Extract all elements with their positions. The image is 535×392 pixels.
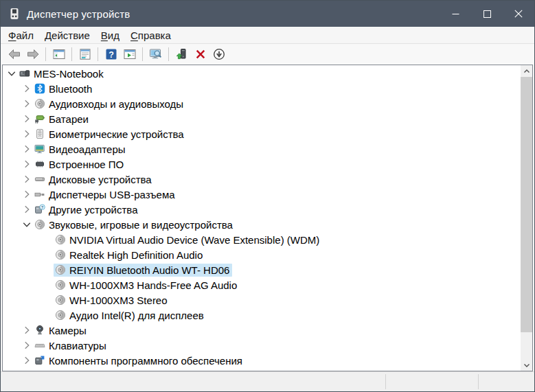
properties-button[interactable] — [76, 46, 93, 63]
tree-item-content[interactable]: Биометрические устройства — [33, 128, 187, 141]
tree-item-label[interactable]: Камеры — [49, 325, 87, 336]
chevron-right-icon[interactable] — [21, 355, 33, 366]
scan-hardware-changes-icon — [149, 47, 163, 61]
tree-item-content[interactable]: Диспетчеры USB-разъема — [33, 188, 178, 201]
tree-item-label[interactable]: Видеоадаптеры — [49, 143, 126, 155]
tree-item-label[interactable]: WH-1000XM3 Stereo — [69, 295, 168, 306]
tree-item-content[interactable]: Realtek High Definition Audio — [54, 249, 205, 262]
tree-item-content[interactable]: ?Другие устройства — [33, 203, 140, 216]
tree-item[interactable]: REIYIN Bluetooth Audio WT- HD06 — [3, 262, 521, 277]
tree-item-content[interactable]: Дисковые устройства — [33, 173, 155, 186]
tree-item[interactable]: Дисковые устройства — [3, 172, 521, 187]
tree-item[interactable]: Диспетчеры USB-разъема — [3, 187, 521, 202]
properties-icon — [78, 47, 92, 61]
chevron-right-icon[interactable] — [21, 83, 33, 94]
tree-item-content[interactable]: NVIDIA Virtual Audio Device (Wave Extens… — [54, 233, 322, 246]
update-driver-icon — [175, 47, 189, 61]
chevron-right-icon[interactable] — [21, 128, 33, 139]
tree-item-content[interactable]: WH-1000XM3 Hands-Free AG Audio — [54, 279, 240, 292]
tree-item-label[interactable]: MES-Notebook — [34, 68, 104, 80]
tree-item[interactable]: Звуковые, игровые и видеоустройства — [3, 217, 521, 232]
tree-item-content[interactable]: WH-1000XM3 Stereo — [54, 294, 170, 307]
scroll-down-button[interactable] — [521, 359, 532, 371]
close-button[interactable] — [503, 1, 534, 27]
maximize-button[interactable] — [471, 1, 503, 27]
show-console-tree-button[interactable] — [50, 46, 67, 63]
tree-item-content[interactable]: Bluetooth — [33, 82, 95, 95]
tree-item[interactable]: Bluetooth — [3, 81, 521, 96]
tree-item[interactable]: NVIDIA Virtual Audio Device (Wave Extens… — [3, 232, 521, 247]
forward-button[interactable] — [24, 46, 41, 63]
tree-item-label[interactable]: Батареи — [49, 113, 89, 125]
chevron-right-icon[interactable] — [21, 340, 33, 351]
chevron-down-icon[interactable] — [5, 68, 18, 79]
back-button[interactable] — [5, 46, 23, 63]
tree-item-label[interactable]: Биометрические устройства — [49, 128, 184, 140]
tree-item[interactable]: WH-1000XM3 Stereo — [3, 292, 521, 308]
chevron-right-icon[interactable] — [21, 98, 33, 109]
tree-item-label[interactable]: Звуковые, игровые и видеоустройства — [49, 219, 233, 231]
tree-item[interactable]: Клавиатуры — [3, 338, 521, 353]
chevron-right-icon[interactable] — [21, 204, 33, 215]
scrollbar-thumb[interactable] — [521, 77, 532, 332]
tree-item-label[interactable]: Realtek High Definition Audio — [69, 249, 203, 261]
uninstall-device-button[interactable] — [192, 46, 209, 63]
chevron-right-icon[interactable] — [21, 174, 33, 185]
update-driver-button[interactable] — [173, 46, 190, 63]
tree-item-content[interactable]: Встроенное ПО — [33, 158, 126, 171]
tree-item-content[interactable]: Аудио Intel(R) для дисплеев — [54, 309, 207, 322]
tree-item-content[interactable]: Камеры — [33, 324, 89, 337]
tree-item-content[interactable]: REIYIN Bluetooth Audio WT- HD06 — [54, 264, 232, 277]
tree-item-label[interactable]: Другие устройства — [49, 204, 137, 216]
tree-item-label[interactable]: Компоненты программного обеспечения — [49, 355, 242, 367]
disable-device-button[interactable] — [210, 46, 227, 63]
menu-help[interactable]: Справка — [125, 28, 177, 43]
vertical-scrollbar[interactable] — [521, 65, 532, 371]
tree-item-content[interactable]: Батареи — [33, 113, 91, 126]
tree-item[interactable]: WH-1000XM3 Hands-Free AG Audio — [3, 277, 521, 292]
chevron-right-icon[interactable] — [21, 189, 33, 200]
tree-item-label[interactable]: WH-1000XM3 Hands-Free AG Audio — [69, 279, 237, 291]
tree-item-content[interactable]: Компоненты программного обеспечения — [33, 354, 245, 367]
popup-window-button[interactable] — [121, 46, 138, 63]
tree-item[interactable]: ?Другие устройства — [3, 202, 521, 217]
tree-item-label[interactable]: Диспетчеры USB-разъема — [49, 189, 175, 200]
tree-item-label[interactable]: Встроенное ПО — [49, 159, 124, 170]
tree-item-label[interactable]: Bluetooth — [49, 83, 92, 95]
chevron-right-icon[interactable] — [21, 113, 33, 124]
menu-action[interactable]: Действие — [39, 28, 95, 43]
tree-item-label[interactable]: Аудиовходы и аудиовыходы — [49, 98, 183, 110]
audio-endpoint-icon — [34, 98, 45, 109]
tree-item-label[interactable]: Аудио Intel(R) для дисплеев — [69, 310, 204, 321]
tree-item-content[interactable]: Аудиовходы и аудиовыходы — [33, 97, 186, 111]
tree-item-label[interactable]: Дисковые устройства — [49, 174, 152, 185]
menu-file[interactable]: Файл — [3, 28, 39, 43]
tree-item[interactable]: Встроенное ПО — [3, 157, 521, 172]
tree-item-label[interactable]: NVIDIA Virtual Audio Device (Wave Extens… — [69, 234, 319, 246]
tree-item[interactable]: Realtek High Definition Audio — [3, 247, 521, 262]
tree-item-label[interactable]: REIYIN Bluetooth Audio WT- HD06 — [69, 264, 229, 276]
chevron-right-icon[interactable] — [21, 159, 33, 170]
chevron-right-icon[interactable] — [21, 325, 33, 336]
tree-item-content[interactable]: Видеоадаптеры — [33, 143, 128, 156]
scroll-up-button[interactable] — [521, 65, 532, 77]
scan-hardware-changes-button[interactable] — [147, 46, 164, 63]
tree-item-label[interactable]: Клавиатуры — [49, 340, 106, 351]
tree-item[interactable]: Камеры — [3, 323, 521, 338]
chevron-right-icon[interactable] — [21, 143, 33, 154]
tree-item[interactable]: Компоненты программного обеспечения — [3, 353, 521, 368]
tree-item[interactable]: Видеоадаптеры — [3, 141, 521, 157]
chevron-down-icon[interactable] — [21, 219, 33, 230]
tree-item[interactable]: Аудио Intel(R) для дисплеев — [3, 308, 521, 323]
tree-item[interactable]: Биометрические устройства — [3, 126, 521, 141]
tree-item-content[interactable]: MES-Notebook — [18, 67, 106, 80]
tree-item[interactable]: Батареи — [3, 111, 521, 126]
tree-item-content[interactable]: Клавиатуры — [33, 339, 109, 352]
tree-item-content[interactable]: Звуковые, игровые и видеоустройства — [33, 218, 236, 231]
show-console-tree-icon — [52, 47, 66, 61]
tree-item[interactable]: Аудиовходы и аудиовыходы — [3, 96, 521, 111]
minimize-button[interactable] — [440, 1, 471, 27]
help-button[interactable]: ? — [102, 46, 119, 63]
tree-item[interactable]: MES-Notebook — [3, 66, 521, 81]
menu-view[interactable]: Вид — [95, 28, 125, 43]
